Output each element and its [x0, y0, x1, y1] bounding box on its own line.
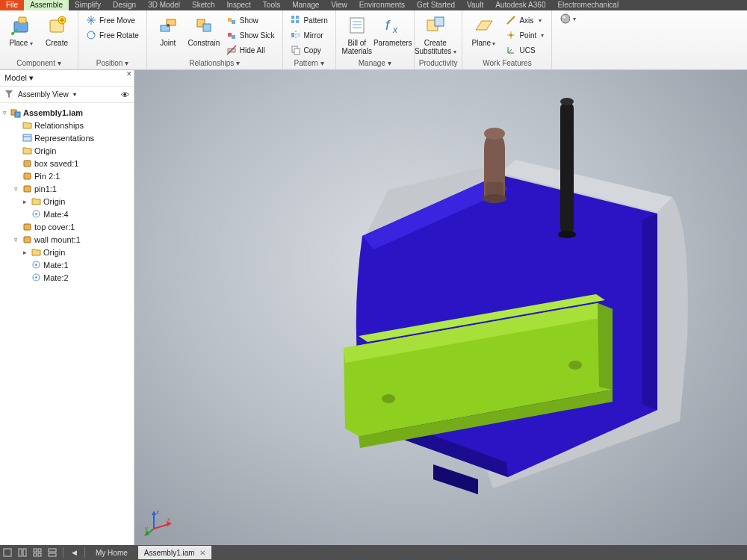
show-button[interactable]: Show: [223, 13, 278, 27]
tree-node[interactable]: box saved:1: [1, 157, 132, 169]
tree-node[interactable]: ▿pin1:1: [1, 182, 132, 195]
ribbon-label-productivity: Productivity: [419, 58, 458, 69]
menu-electromechanical[interactable]: Electromechanical: [551, 0, 624, 10]
appearance-dropdown[interactable]: ▾: [557, 12, 579, 25]
assembly-icon: [10, 108, 21, 118]
create-substitutes-icon: [424, 13, 447, 37]
ribbon: Place Create Component ▾ Free Move Free …: [0, 10, 747, 70]
menu-a360[interactable]: Autodesk A360: [489, 0, 551, 10]
folder-icon: [22, 120, 32, 131]
menu-design[interactable]: Design: [107, 0, 142, 10]
menu-sketch[interactable]: Sketch: [186, 0, 221, 10]
view-mode-4-button[interactable]: [45, 545, 60, 560]
view-mode-1-button[interactable]: [0, 545, 15, 560]
assembly-view-label[interactable]: Assembly View: [18, 90, 69, 99]
view-mode-2-button[interactable]: [15, 545, 30, 560]
svg-rect-32: [435, 17, 444, 26]
menu-vault[interactable]: Vault: [461, 0, 489, 10]
copy-button[interactable]: Copy: [288, 43, 331, 57]
tree-root[interactable]: ▿ Assembly1.iam: [1, 106, 132, 119]
tree-node-label: Origin: [34, 146, 56, 155]
tree-twisty[interactable]: ▿: [13, 236, 19, 243]
svg-rect-41: [15, 112, 20, 117]
tree-node[interactable]: ▸Origin: [1, 246, 132, 258]
tree-node-label: Relationships: [34, 121, 84, 130]
browser-title[interactable]: Model ▾: [0, 70, 134, 87]
ucs-icon: [506, 45, 516, 55]
tree-node[interactable]: Mate:4: [1, 208, 132, 220]
tree-twisty[interactable]: ▸: [22, 198, 28, 205]
axis-label: Axis: [519, 16, 533, 25]
free-rotate-button[interactable]: Free Rotate: [83, 28, 142, 42]
menu-assemble[interactable]: Assemble: [24, 0, 69, 10]
create-substitutes-button[interactable]: Create Substitutes: [419, 12, 452, 56]
browser-close-icon[interactable]: ✕: [126, 70, 132, 78]
joint-button[interactable]: Joint: [152, 12, 185, 47]
menu-3d-model[interactable]: 3D Model: [142, 0, 186, 10]
menu-view[interactable]: View: [325, 0, 353, 10]
tree-twisty[interactable]: ▿: [13, 185, 19, 193]
place-button[interactable]: Place: [4, 12, 37, 48]
ribbon-group-component: Place Create Component ▾: [0, 10, 78, 69]
tree-node[interactable]: Pin 2:1: [1, 169, 132, 182]
mirror-button[interactable]: Mirror: [288, 28, 331, 42]
mate-icon: [31, 273, 41, 283]
constrain-button[interactable]: Constrain: [187, 12, 220, 47]
document-tab-label: Assembly1.iam: [144, 549, 195, 557]
tree-twisty[interactable]: ▸: [22, 249, 28, 256]
parameters-button[interactable]: fx Parameters: [376, 12, 409, 47]
ribbon-label-component: Component ▾: [4, 58, 73, 69]
show-sick-button[interactable]: Show Sick: [223, 28, 278, 42]
svg-rect-45: [24, 173, 31, 179]
svg-rect-73: [19, 549, 22, 556]
prev-tab-button[interactable]: ◀: [66, 545, 81, 560]
menu-manage[interactable]: Manage: [286, 0, 325, 10]
my-home-tab[interactable]: My Home: [88, 549, 135, 557]
ribbon-group-work-features: Plane Axis ▾ Point ▾ UCS Work Features: [462, 10, 552, 69]
create-button[interactable]: Create: [40, 12, 73, 47]
hide-all-button[interactable]: Hide All: [223, 43, 278, 57]
top-menubar: File Assemble Simplify Design 3D Model S…: [0, 0, 747, 10]
tree-node[interactable]: Mate:1: [1, 258, 132, 271]
free-move-button[interactable]: Free Move: [83, 13, 142, 27]
folder-icon: [31, 196, 41, 207]
workspace: ✕ Model ▾ Assembly View ▾ 👁 ▿ Assembly1.…: [0, 70, 747, 545]
tree-node[interactable]: ▿wall mount:1: [1, 233, 132, 246]
bom-label: Bill of Materials: [341, 39, 372, 55]
tree-node[interactable]: ▸Origin: [1, 195, 132, 208]
svg-point-61: [560, 98, 574, 105]
menu-simplify[interactable]: Simplify: [69, 0, 107, 10]
menu-inspect[interactable]: Inspect: [221, 0, 257, 10]
ucs-button[interactable]: UCS: [503, 43, 547, 57]
tree-node[interactable]: Mate:2: [1, 271, 132, 284]
hide-all-icon: [226, 45, 237, 55]
bom-button[interactable]: Bill of Materials: [341, 12, 374, 55]
joint-label: Joint: [160, 39, 176, 47]
folder-icon: [31, 247, 41, 258]
axis-button[interactable]: Axis ▾: [503, 13, 547, 27]
menu-tools[interactable]: Tools: [257, 0, 286, 10]
filter-icon[interactable]: [4, 90, 13, 100]
view-mode-3-button[interactable]: [30, 545, 45, 560]
mirror-icon: [291, 30, 301, 40]
close-tab-icon[interactable]: ✕: [199, 549, 205, 557]
menu-file[interactable]: File: [0, 0, 24, 10]
constrain-icon: [192, 13, 216, 37]
tree-node-label: pin1:1: [34, 184, 57, 193]
viewport-3d[interactable]: z x y: [134, 70, 747, 545]
tree-node[interactable]: Representations: [1, 131, 132, 144]
point-button[interactable]: Point ▾: [503, 28, 547, 42]
tree-node[interactable]: Relationships: [1, 119, 132, 131]
find-icon[interactable]: 👁: [121, 90, 129, 99]
menu-environments[interactable]: Environments: [353, 0, 411, 10]
tree-node[interactable]: Origin: [1, 144, 132, 157]
point-label: Point: [519, 31, 536, 40]
plane-button[interactable]: Plane: [467, 12, 500, 48]
mate-icon: [31, 209, 41, 220]
pattern-button[interactable]: Pattern: [288, 13, 331, 27]
tree-node[interactable]: top cover:1: [1, 220, 132, 233]
document-tab[interactable]: Assembly1.iam ✕: [138, 546, 211, 559]
svg-text:y: y: [145, 525, 148, 532]
menu-get-started[interactable]: Get Started: [411, 0, 461, 10]
view-triad-icon: z x y: [143, 506, 173, 536]
